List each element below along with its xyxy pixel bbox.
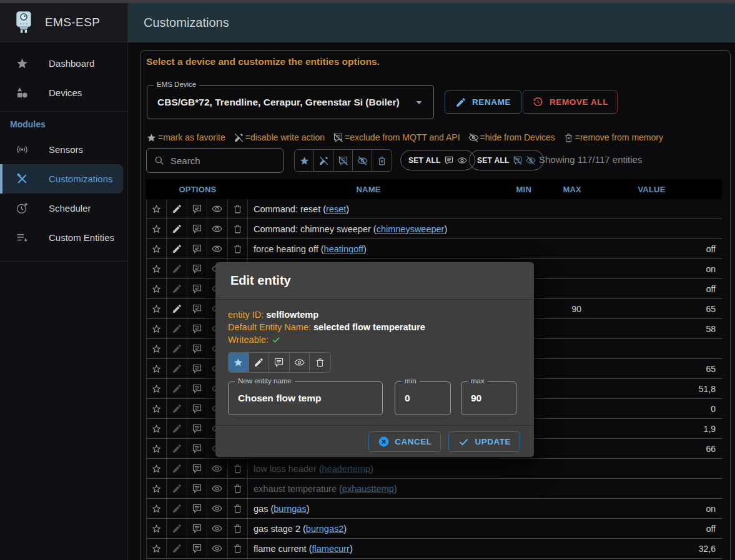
- edit-pencil-icon[interactable]: [167, 279, 187, 298]
- entity-shortname-link[interactable]: exhausttemp: [342, 484, 394, 494]
- mqtt-comment-icon[interactable]: [187, 439, 207, 458]
- edit-pencil-icon[interactable]: [167, 439, 187, 458]
- favorite-star-icon[interactable]: [147, 519, 167, 538]
- filter-pencil-off-button[interactable]: [314, 150, 333, 171]
- mqtt-comment-icon[interactable]: [187, 219, 207, 238]
- set-all-hidden-button[interactable]: SET ALL: [469, 150, 544, 170]
- favorite-star-icon[interactable]: [147, 379, 167, 398]
- remove-trash-icon[interactable]: [228, 219, 248, 238]
- remove-trash-icon[interactable]: [228, 539, 248, 558]
- write-pencil-toggle[interactable]: [249, 353, 270, 372]
- visibility-eye-icon[interactable]: [207, 479, 227, 498]
- edit-pencil-icon[interactable]: [167, 539, 187, 558]
- set-all-visible-button[interactable]: SET ALL: [400, 150, 475, 170]
- mqtt-comment-icon[interactable]: [187, 399, 207, 418]
- sidebar-item-scheduler[interactable]: Scheduler: [0, 194, 127, 223]
- sidebar-item-sensors[interactable]: Sensors: [0, 135, 127, 164]
- filter-trash-x-button[interactable]: [372, 150, 392, 171]
- max-input[interactable]: [461, 382, 516, 415]
- remove-trash-toggle[interactable]: [310, 353, 330, 372]
- edit-pencil-icon[interactable]: [167, 499, 187, 518]
- edit-pencil-icon[interactable]: [167, 199, 187, 219]
- sidebar-item-dashboard[interactable]: Dashboard: [0, 49, 127, 78]
- mqtt-comment-icon[interactable]: [187, 279, 207, 298]
- edit-pencil-icon[interactable]: [167, 459, 187, 478]
- favorite-star-icon[interactable]: [147, 259, 167, 278]
- remove-trash-icon[interactable]: [228, 499, 248, 518]
- visibility-eye-icon[interactable]: [207, 239, 227, 258]
- mqtt-comment-icon[interactable]: [187, 479, 207, 498]
- entity-shortname-link[interactable]: heatingoff: [324, 244, 363, 254]
- mqtt-comment-icon[interactable]: [187, 239, 207, 258]
- favorite-star-icon[interactable]: [147, 499, 167, 518]
- edit-pencil-icon[interactable]: [167, 219, 187, 238]
- remove-trash-icon[interactable]: [228, 199, 248, 219]
- mqtt-comment-icon[interactable]: [187, 339, 207, 358]
- min-input[interactable]: [395, 382, 450, 415]
- edit-pencil-icon[interactable]: [167, 359, 187, 378]
- favorite-star-icon[interactable]: [147, 439, 167, 458]
- mqtt-comment-icon[interactable]: [187, 259, 207, 278]
- filter-comment-off-button[interactable]: [333, 150, 353, 171]
- entity-shortname-link[interactable]: burngas: [274, 504, 306, 514]
- mqtt-comment-icon[interactable]: [187, 459, 207, 478]
- favorite-star-icon[interactable]: [147, 219, 167, 238]
- mqtt-comment-toggle[interactable]: [269, 353, 290, 372]
- remove-trash-icon[interactable]: [228, 479, 248, 498]
- sidebar-item-devices[interactable]: Devices: [0, 78, 127, 107]
- mqtt-comment-icon[interactable]: [187, 319, 207, 338]
- mqtt-comment-icon[interactable]: [187, 519, 207, 538]
- filter-eye-off-button[interactable]: [353, 150, 372, 171]
- favorite-star-icon[interactable]: [147, 459, 167, 478]
- mqtt-comment-icon[interactable]: [187, 359, 207, 378]
- mqtt-comment-icon[interactable]: [187, 539, 207, 558]
- visibility-eye-icon[interactable]: [207, 459, 227, 478]
- cancel-button[interactable]: CANCEL: [368, 431, 441, 452]
- sidebar-item-custom-entities[interactable]: Custom Entities: [0, 223, 127, 252]
- favorite-star-icon[interactable]: [147, 539, 167, 558]
- edit-pencil-icon[interactable]: [167, 319, 187, 338]
- visibility-eye-icon[interactable]: [207, 219, 227, 238]
- mqtt-comment-icon[interactable]: [187, 499, 207, 518]
- sidebar-item-customizations[interactable]: Customizations: [0, 164, 123, 194]
- entity-shortname-link[interactable]: headertemp: [322, 464, 370, 474]
- edit-pencil-icon[interactable]: [167, 419, 187, 438]
- favorite-star-icon[interactable]: [147, 279, 167, 298]
- edit-pencil-icon[interactable]: [167, 519, 187, 538]
- search-input[interactable]: [165, 155, 283, 167]
- filter-star-button[interactable]: [295, 150, 314, 171]
- update-button[interactable]: UPDATE: [448, 431, 520, 452]
- favorite-star-icon[interactable]: [147, 479, 167, 498]
- visibility-eye-toggle[interactable]: [290, 353, 310, 372]
- favorite-star-icon[interactable]: [147, 319, 167, 338]
- visibility-eye-icon[interactable]: [207, 199, 227, 219]
- entity-shortname-link[interactable]: reset: [326, 204, 346, 214]
- edit-pencil-icon[interactable]: [167, 379, 187, 398]
- visibility-eye-icon[interactable]: [207, 499, 227, 518]
- edit-pencil-icon[interactable]: [167, 299, 187, 318]
- edit-pencil-icon[interactable]: [167, 479, 187, 498]
- favorite-star-icon[interactable]: [147, 199, 167, 219]
- favorite-star-toggle[interactable]: [229, 353, 249, 372]
- favorite-star-icon[interactable]: [147, 299, 167, 318]
- new-entity-name-input[interactable]: [229, 382, 382, 415]
- edit-pencil-icon[interactable]: [167, 339, 187, 358]
- favorite-star-icon[interactable]: [147, 239, 167, 258]
- edit-pencil-icon[interactable]: [167, 239, 187, 258]
- mqtt-comment-icon[interactable]: [187, 419, 207, 438]
- visibility-eye-icon[interactable]: [207, 539, 227, 558]
- favorite-star-icon[interactable]: [147, 339, 167, 358]
- favorite-star-icon[interactable]: [147, 359, 167, 378]
- rename-button[interactable]: RENAME: [445, 91, 521, 114]
- favorite-star-icon[interactable]: [147, 399, 167, 418]
- entity-shortname-link[interactable]: flamecurr: [312, 544, 349, 554]
- mqtt-comment-icon[interactable]: [187, 379, 207, 398]
- mqtt-comment-icon[interactable]: [187, 299, 207, 318]
- favorite-star-icon[interactable]: [147, 419, 167, 438]
- mqtt-comment-icon[interactable]: [187, 199, 207, 219]
- remove-trash-icon[interactable]: [228, 239, 248, 258]
- remove-all-button[interactable]: REMOVE ALL: [523, 91, 618, 114]
- visibility-eye-icon[interactable]: [207, 519, 227, 538]
- remove-trash-icon[interactable]: [228, 459, 248, 478]
- edit-pencil-icon[interactable]: [167, 259, 187, 278]
